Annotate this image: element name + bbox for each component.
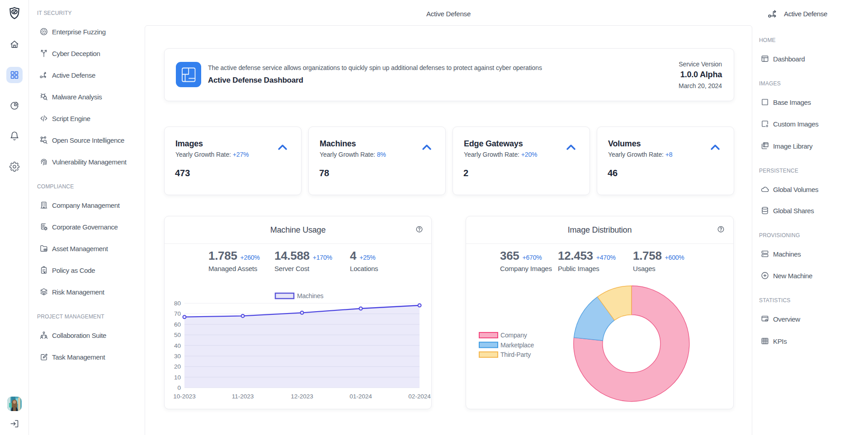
svg-text:10-2023: 10-2023 — [173, 393, 196, 400]
svg-text:30: 30 — [174, 353, 181, 360]
svg-text:80: 80 — [174, 300, 181, 307]
svg-text:01-2024: 01-2024 — [349, 393, 372, 400]
svg-text:10: 10 — [174, 374, 181, 381]
svg-text:Machines: Machines — [297, 292, 324, 299]
svg-text:0: 0 — [177, 384, 181, 391]
svg-text:11-2023: 11-2023 — [232, 393, 254, 400]
svg-text:70: 70 — [174, 310, 181, 317]
svg-text:50: 50 — [174, 332, 181, 338]
svg-text:Company: Company — [500, 332, 527, 339]
svg-text:12-2023: 12-2023 — [291, 393, 313, 400]
svg-text:60: 60 — [174, 321, 181, 328]
svg-text:Marketplace: Marketplace — [500, 341, 534, 349]
svg-text:02-2024: 02-2024 — [408, 393, 431, 400]
svg-text:40: 40 — [174, 342, 181, 349]
svg-text:20: 20 — [174, 363, 181, 370]
svg-text:Third-Party: Third-Party — [500, 351, 531, 358]
